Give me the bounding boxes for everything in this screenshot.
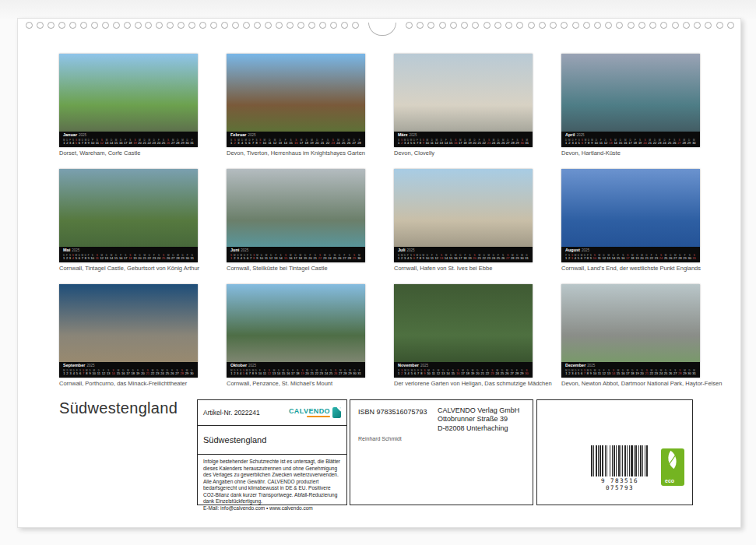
day-cell: S7 bbox=[83, 370, 84, 375]
day-cell: M8 bbox=[252, 370, 255, 375]
binding-ring bbox=[727, 22, 734, 29]
day-cell: S7 bbox=[250, 255, 251, 260]
day-cell: M30 bbox=[520, 255, 523, 260]
day-cell: D28 bbox=[678, 255, 681, 260]
day-cell: F21 bbox=[321, 139, 324, 145]
day-cell: D6 bbox=[414, 370, 416, 375]
publisher-address: CALVENDO Verlag GmbH Ottobrunner Straße … bbox=[438, 406, 519, 433]
day-cell: F21 bbox=[481, 370, 484, 375]
day-cell: D25 bbox=[497, 139, 500, 145]
author-name: Reinhard Schmidt bbox=[358, 436, 402, 441]
day-cell: S1 bbox=[398, 370, 399, 375]
day-cell: D25 bbox=[342, 139, 345, 145]
day-cell: D17 bbox=[459, 255, 462, 260]
day-cell: M5 bbox=[76, 255, 78, 260]
binding-ring bbox=[113, 22, 120, 29]
day-cell: M15 bbox=[282, 370, 285, 375]
spiral-rings-right bbox=[406, 22, 734, 29]
day-cell: D8 bbox=[588, 139, 589, 145]
day-cell: S15 bbox=[449, 139, 452, 145]
calendar-back-cover-sheet: Januar2025M1D2F3S4S5M6D7M8D9F10S11S12M13… bbox=[17, 18, 741, 528]
day-cell: F12 bbox=[603, 370, 606, 375]
leaf-icon bbox=[663, 451, 682, 469]
page-title: Südwestengland bbox=[59, 399, 178, 417]
binding-ring bbox=[156, 22, 163, 29]
day-cell: D9 bbox=[255, 370, 257, 375]
day-cell: S7 bbox=[584, 370, 585, 375]
day-cell: M13 bbox=[273, 370, 276, 375]
day-cell: S18 bbox=[128, 139, 132, 145]
day-cell: M16 bbox=[624, 139, 627, 145]
day-cell: M11 bbox=[265, 255, 268, 260]
day-cell: M9 bbox=[256, 255, 258, 260]
day-cell: M19 bbox=[310, 139, 313, 145]
day-cell: M23 bbox=[323, 255, 326, 260]
day-cell: D23 bbox=[156, 370, 159, 375]
binding-ring bbox=[167, 22, 174, 29]
binding-ring bbox=[145, 22, 152, 29]
box-title-row: Südwestengland bbox=[198, 426, 346, 455]
day-cell: S12 bbox=[100, 139, 104, 145]
month-card: Januar2025M1D2F3S4S5M6D7M8D9F10S11S12M13… bbox=[59, 54, 198, 157]
binding-ring bbox=[265, 22, 272, 29]
barcode-bars bbox=[585, 445, 654, 476]
day-cell: D21 bbox=[645, 255, 648, 260]
day-cell: M26 bbox=[167, 255, 170, 260]
day-cell: M10 bbox=[427, 370, 430, 375]
day-cell: S30 bbox=[687, 255, 691, 260]
day-strip: S1M2D3M4D5F6S7S8M9D10M11D12F13S14S15M16D… bbox=[230, 255, 361, 260]
month-caption: Dorset, Wareham, Corfe Castle bbox=[59, 150, 198, 156]
day-cell: D4 bbox=[241, 139, 243, 145]
day-cell: S12 bbox=[604, 139, 607, 145]
day-cell: F25 bbox=[668, 139, 671, 145]
binding-ring bbox=[638, 22, 645, 29]
day-cell: M8 bbox=[85, 139, 87, 145]
day-cell: F1 bbox=[565, 255, 567, 260]
day-cell: S21 bbox=[146, 370, 149, 375]
day-cell: F19 bbox=[635, 370, 638, 375]
day-cell: F2 bbox=[66, 255, 68, 260]
day-cell: D14 bbox=[612, 255, 615, 260]
day-cell: D10 bbox=[595, 139, 598, 145]
month-card: Februar2025S1S2M3D4M5D6F7S8S9M10D11M12D1… bbox=[227, 54, 365, 157]
month-card: Juli2025D1M2D3F4S5S6M7D8M9D10F11S12S13M1… bbox=[394, 169, 533, 272]
day-cell: S26 bbox=[673, 139, 676, 145]
day-cell: S27 bbox=[175, 370, 178, 375]
month-caption: Devon, Clovelly bbox=[394, 150, 533, 156]
day-strip: S1S2M3D4M5D6F7S8S9M10D11M12D13F14S15S16M… bbox=[398, 139, 529, 145]
month-card: März2025S1S2M3D4M5D6F7S8S9M10D11M12D13F1… bbox=[394, 54, 533, 157]
day-cell: M17 bbox=[459, 139, 462, 145]
day-cell: M2 bbox=[568, 139, 571, 145]
day-cell: S20 bbox=[473, 255, 476, 260]
day-cell: D4 bbox=[575, 370, 576, 375]
calvendo-logo: CALVENDO bbox=[289, 407, 341, 418]
legal-text-block: Infolge bestehender Schutzrechte ist es … bbox=[198, 455, 346, 512]
day-cell: M12 bbox=[437, 370, 440, 375]
day-cell: F3 bbox=[69, 139, 71, 145]
day-cell: S13 bbox=[440, 255, 443, 260]
day-cell: D1 bbox=[398, 255, 399, 260]
spiral-rings-left bbox=[26, 22, 359, 29]
binding-ring bbox=[135, 22, 142, 29]
day-cell: M9 bbox=[423, 255, 425, 260]
day-cell: S31 bbox=[191, 255, 194, 260]
day-cell: M15 bbox=[114, 139, 118, 145]
day-cell: M21 bbox=[648, 139, 651, 145]
month-label: Februar2025 bbox=[230, 133, 361, 138]
day-cell: F4 bbox=[575, 139, 577, 145]
day-cell: M30 bbox=[692, 139, 695, 145]
day-cell: S1 bbox=[398, 139, 399, 145]
day-cell: D7 bbox=[584, 255, 585, 260]
binding-ring bbox=[26, 22, 33, 29]
month-label: Mai2025 bbox=[63, 248, 194, 253]
day-cell: D30 bbox=[185, 139, 188, 145]
binding-ring bbox=[439, 22, 446, 29]
day-cell: M7 bbox=[417, 255, 419, 260]
legal-text: Infolge bestehender Schutzrechte ist es … bbox=[203, 459, 341, 505]
day-cell: S8 bbox=[420, 139, 421, 145]
day-cell: D2 bbox=[568, 370, 570, 375]
day-cell: M3 bbox=[404, 139, 406, 145]
day-cell: M6 bbox=[246, 370, 248, 375]
day-cell: D22 bbox=[148, 255, 151, 260]
day-cell: S16 bbox=[456, 370, 459, 375]
